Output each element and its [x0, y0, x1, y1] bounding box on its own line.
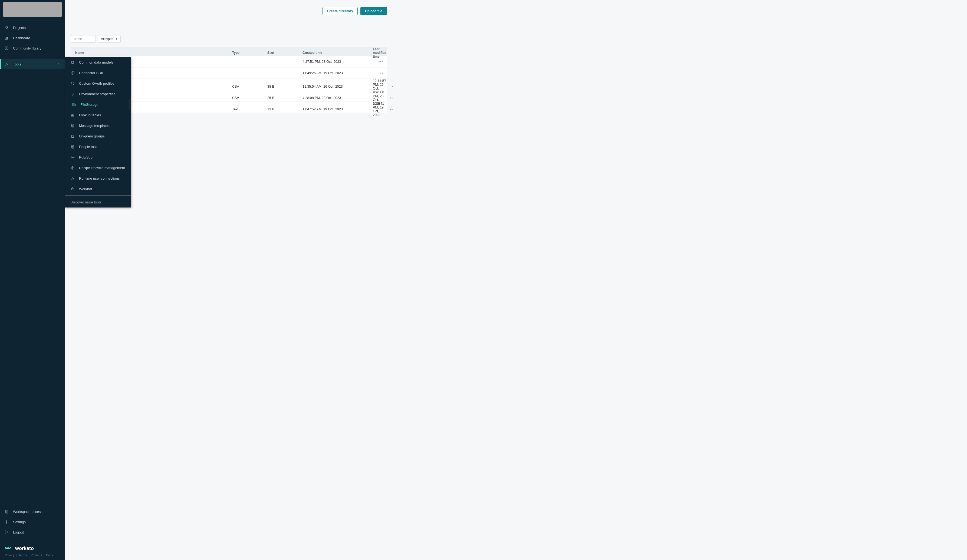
nav-dashboard[interactable]: Dashboard: [0, 33, 65, 43]
nav-projects[interactable]: Projects: [0, 23, 65, 33]
svg-point-37: [72, 146, 73, 147]
cell-created: 11:49:25 AM, 19 Oct, 2023: [302, 71, 373, 75]
tool-discover-more[interactable]: Discover more tools: [65, 197, 131, 208]
nav-label: Dashboard: [13, 36, 30, 40]
tool-label: Common data models: [79, 60, 113, 64]
doc-icon: [70, 124, 75, 128]
book-icon: [4, 46, 9, 50]
svg-point-38: [72, 157, 73, 158]
svg-point-10: [71, 63, 72, 64]
tool-label: People task: [79, 145, 97, 149]
cell-size: 13 B: [267, 107, 302, 111]
tool-onprem-groups[interactable]: On-prem groups: [65, 131, 131, 142]
tool-label: Pub/Sub: [79, 155, 92, 159]
cell-type: CSV: [232, 96, 267, 100]
svg-point-44: [73, 189, 73, 189]
dropdown-label: All types: [101, 37, 113, 41]
filters-bar: All types ▼: [65, 22, 393, 47]
workspace-logo-placeholder: [3, 2, 62, 17]
row-actions-icon[interactable]: •••: [384, 107, 393, 111]
shield-icon: [70, 81, 75, 86]
tool-common-data-models[interactable]: Common data models: [65, 57, 131, 68]
search-input[interactable]: [71, 35, 96, 43]
nodes-icon: [70, 60, 75, 65]
nav-label: Projects: [13, 26, 26, 30]
cell-size: 25 B: [267, 96, 302, 100]
tool-environment-properties[interactable]: Environment properties: [65, 89, 131, 99]
bot-icon: [70, 187, 75, 191]
nav-community-library[interactable]: Community library: [0, 43, 65, 53]
svg-rect-2: [6, 37, 7, 39]
cell-created: 11:35:54 AM, 26 Oct, 2023: [302, 85, 373, 89]
type-filter-dropdown[interactable]: All types ▼: [98, 35, 120, 43]
topbar: Create directory Upload file: [65, 0, 393, 22]
svg-point-11: [73, 63, 74, 64]
svg-point-9: [73, 61, 74, 62]
chart-icon: [4, 36, 9, 40]
tool-label: Connector SDK: [79, 71, 103, 75]
table-icon: [70, 113, 75, 117]
package-icon: [70, 166, 75, 170]
cell-type: Text: [232, 107, 267, 111]
upload-file-button[interactable]: Upload file: [360, 7, 387, 15]
svg-point-12: [71, 71, 74, 74]
tool-label: Recipe lifecycle management: [79, 166, 125, 170]
divider: [4, 57, 61, 58]
tool-message-templates[interactable]: Message templates: [65, 120, 131, 131]
tool-custom-oauth[interactable]: Custom OAuth profiles: [65, 78, 131, 89]
cell-size: 38 B: [267, 85, 302, 89]
caret-down-icon: ▼: [115, 38, 118, 40]
row-actions-icon[interactable]: •••: [373, 60, 384, 64]
col-type: Type: [232, 51, 267, 54]
cell-type: CSV: [232, 85, 267, 89]
tool-filestorage[interactable]: FileStorage: [66, 100, 130, 109]
col-size: Size: [267, 51, 302, 54]
cell-created: 4:28:08 PM, 23 Oct, 2023: [302, 96, 373, 100]
svg-point-43: [72, 189, 72, 189]
svg-rect-29: [71, 135, 74, 138]
tool-people-task[interactable]: People task: [65, 142, 131, 152]
tool-label: Custom OAuth profiles: [79, 81, 114, 86]
cell-modified: 6:03:41 PM, 19 Oct, 2023: [373, 102, 384, 117]
nav-label: Community library: [13, 46, 41, 50]
svg-marker-0: [5, 26, 8, 28]
svg-rect-1: [5, 38, 6, 39]
nav-label: Tools: [13, 62, 21, 66]
broadcast-icon: [70, 155, 75, 160]
wrench-icon: [4, 62, 9, 66]
col-created: Created time: [302, 51, 373, 54]
tool-workbot[interactable]: Workbot: [65, 184, 131, 194]
chevron-right-icon: [56, 62, 61, 66]
person-icon: [70, 145, 75, 149]
discover-label: Discover more tools: [70, 200, 101, 204]
cell-created: 11:47:52 AM, 19 Oct, 2023: [302, 107, 373, 111]
tool-label: Message templates: [79, 124, 110, 128]
sliders-icon: [70, 92, 75, 96]
row-actions-icon[interactable]: •••: [384, 96, 393, 100]
tool-connector-sdk[interactable]: Connector SDK: [65, 68, 131, 78]
col-name: Name: [75, 51, 232, 54]
table-header: Name Type Size Created time Last modifie…: [71, 47, 387, 56]
row-actions-icon[interactable]: •••: [386, 85, 393, 89]
tool-label: Lookup tables: [79, 113, 101, 117]
sidebar: Projects Dashboard Community library Too…: [0, 0, 65, 227]
row-actions-icon[interactable]: •••: [373, 71, 384, 75]
tool-runtime-user-connections[interactable]: Runtime user connections: [65, 173, 131, 184]
nav-tools[interactable]: Tools: [0, 59, 65, 69]
layers-icon: [4, 25, 9, 30]
tool-recipe-lifecycle[interactable]: Recipe lifecycle management: [65, 163, 131, 173]
tools-submenu: Common data models Connector SDK Custom …: [65, 57, 131, 208]
svg-point-39: [72, 177, 73, 178]
tool-label: FileStorage: [80, 102, 98, 107]
svg-rect-3: [7, 37, 8, 39]
building-icon: [70, 134, 75, 138]
svg-rect-19: [74, 105, 74, 105]
col-modified: Last modified time: [373, 47, 386, 58]
tool-label: On-prem groups: [79, 134, 105, 138]
folder-lock-icon: [72, 102, 76, 107]
create-directory-button[interactable]: Create directory: [322, 7, 358, 15]
tool-label: Workbot: [79, 187, 92, 191]
tool-lookup-tables[interactable]: Lookup tables: [65, 110, 131, 120]
divider: [65, 195, 131, 196]
tool-pubsub[interactable]: Pub/Sub: [65, 152, 131, 163]
